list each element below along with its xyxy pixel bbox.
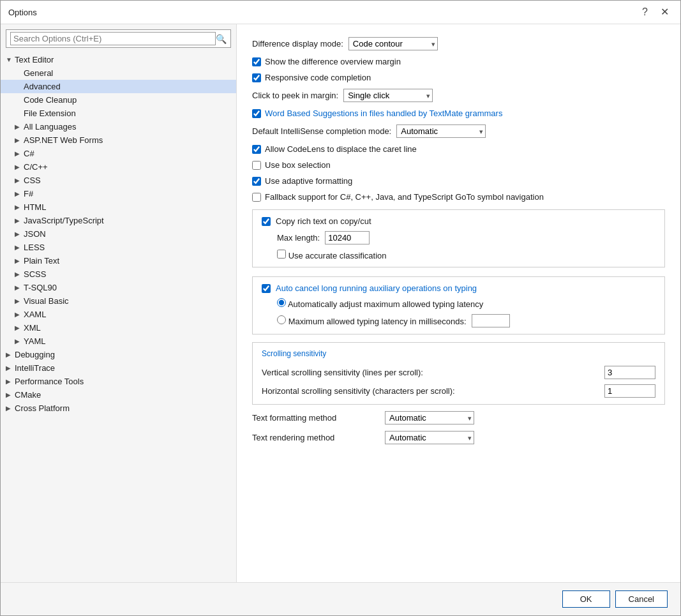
tree-item-file-extension[interactable]: File Extension (1, 107, 236, 120)
arrow-aspnet: ▶ (15, 137, 24, 144)
difference-display-label: Difference display mode: (252, 39, 343, 49)
label-plain-text: Plain Text (24, 256, 232, 266)
arrow-csharp: ▶ (15, 150, 24, 157)
word-based-checkbox[interactable] (252, 109, 261, 118)
text-rendering-select-wrapper[interactable]: Automatic Manual (385, 431, 474, 444)
tree-item-general[interactable]: General (1, 66, 236, 80)
label-aspnet: ASP.NET Web Forms (24, 135, 232, 145)
adaptive-formatting-label: Use adaptive formatting (252, 176, 352, 186)
horizontal-scrolling-input[interactable]: 1 (604, 384, 655, 398)
adaptive-formatting-row: Use adaptive formatting (252, 176, 665, 186)
tree-item-less[interactable]: ▶ LESS (1, 241, 236, 254)
ok-button[interactable]: OK (562, 590, 610, 608)
box-selection-checkbox[interactable] (252, 161, 261, 170)
dialog-title: Options (8, 8, 37, 17)
click-to-peek-select-wrapper[interactable]: Single click Double click (343, 89, 433, 102)
codelens-checkbox[interactable] (252, 145, 261, 154)
max-allowed-input[interactable] (472, 314, 510, 327)
arrow-advanced (15, 83, 24, 90)
codelens-label: Allow CodeLens to displace the caret lin… (252, 144, 417, 154)
tree-item-intellitrace[interactable]: ▶ IntelliTrace (1, 361, 236, 375)
search-box[interactable]: 🔍 (6, 29, 231, 48)
difference-display-row: Difference display mode: Code contour No… (252, 37, 665, 50)
vertical-scrolling-row: Vertical scrolling sensitivity (lines pe… (262, 366, 655, 379)
auto-cancel-checkbox[interactable] (262, 284, 271, 293)
fallback-support-checkbox[interactable] (252, 193, 261, 202)
tree-item-performance-tools[interactable]: ▶ Performance Tools (1, 375, 236, 388)
help-button[interactable]: ? (638, 6, 652, 19)
tree-item-cmake[interactable]: ▶ CMake (1, 388, 236, 402)
search-input[interactable] (10, 32, 216, 45)
intellisense-row: Default IntelliSense completion mode: Au… (252, 124, 665, 138)
arrow-all-languages: ▶ (15, 123, 24, 130)
auto-cancel-section: Auto cancel long running auxiliary opera… (252, 276, 665, 334)
intellisense-select[interactable]: Automatic Manual None (396, 124, 486, 138)
tree-item-code-cleanup[interactable]: Code Cleanup (1, 93, 236, 107)
tree-item-fsharp[interactable]: ▶ F# (1, 187, 236, 200)
label-tsql: T-SQL90 (24, 283, 232, 292)
arrow-json: ▶ (15, 230, 24, 237)
text-formatting-select[interactable]: Automatic Manual (385, 411, 474, 424)
copy-rich-text-section: Copy rich text on copy/cut Max length: 1… (252, 209, 665, 267)
arrow-file-extension (15, 110, 24, 117)
text-rendering-select[interactable]: Automatic Manual (385, 431, 474, 444)
tree-item-js-ts[interactable]: ▶ JavaScript/TypeScript (1, 214, 236, 227)
difference-display-select-wrapper[interactable]: Code contour None Full (348, 37, 438, 50)
intellisense-select-wrapper[interactable]: Automatic Manual None (396, 124, 486, 138)
auto-cancel-header: Auto cancel long running auxiliary opera… (262, 283, 655, 293)
cancel-button[interactable]: Cancel (615, 590, 668, 608)
tree-item-xml[interactable]: ▶ XML (1, 321, 236, 334)
tree-item-html[interactable]: ▶ HTML (1, 200, 236, 214)
max-allowed-radio[interactable] (277, 315, 286, 324)
arrow-plain-text: ▶ (15, 257, 24, 264)
tree-item-vb[interactable]: ▶ Visual Basic (1, 294, 236, 308)
tree-item-all-languages[interactable]: ▶ All Languages (1, 120, 236, 133)
tree-item-scss[interactable]: ▶ SCSS (1, 267, 236, 281)
tree-item-xaml[interactable]: ▶ XAML (1, 308, 236, 321)
text-rendering-label: Text rendering method (252, 433, 380, 442)
responsive-code-checkbox[interactable] (252, 73, 261, 82)
close-button[interactable]: ✕ (657, 6, 673, 19)
tree-item-tsql[interactable]: ▶ T-SQL90 (1, 281, 236, 294)
left-panel: 🔍 ▼ Text Editor General Advanced (1, 24, 237, 582)
dialog-body: 🔍 ▼ Text Editor General Advanced (1, 24, 680, 582)
label-debugging: Debugging (15, 350, 232, 359)
word-based-row: Word Based Suggestions in files handled … (252, 109, 665, 118)
label-performance-tools: Performance Tools (15, 377, 232, 386)
arrow-css: ▶ (15, 177, 24, 184)
arrow-xaml: ▶ (15, 311, 24, 318)
text-formatting-row: Text formatting method Automatic Manual (252, 411, 665, 424)
auto-adjust-text: Automatically adjust maximum allowed typ… (288, 299, 483, 309)
search-icon: 🔍 (216, 34, 227, 44)
tree-item-advanced[interactable]: Advanced (1, 80, 236, 93)
tree-item-json[interactable]: ▶ JSON (1, 227, 236, 241)
difference-display-select[interactable]: Code contour None Full (348, 37, 438, 50)
tree-item-csharp[interactable]: ▶ C# (1, 147, 236, 160)
tree-item-yaml[interactable]: ▶ YAML (1, 334, 236, 348)
copy-rich-text-checkbox[interactable] (262, 217, 271, 226)
adaptive-formatting-checkbox[interactable] (252, 177, 261, 186)
max-length-row: Max length: 10240 (262, 231, 655, 244)
max-length-input[interactable]: 10240 (325, 231, 370, 244)
title-bar-left: Options (8, 8, 37, 17)
tree-item-aspnet[interactable]: ▶ ASP.NET Web Forms (1, 133, 236, 147)
show-difference-checkbox[interactable] (252, 57, 261, 66)
tree-item-cross-platform[interactable]: ▶ Cross Platform (1, 402, 236, 415)
vertical-scrolling-input[interactable]: 3 (604, 366, 655, 379)
tree-item-cpp[interactable]: ▶ C/C++ (1, 160, 236, 174)
auto-adjust-radio[interactable] (277, 298, 286, 307)
tree-item-debugging[interactable]: ▶ Debugging (1, 348, 236, 361)
arrow-less: ▶ (15, 244, 24, 251)
tree-item-css[interactable]: ▶ CSS (1, 174, 236, 187)
arrow-general (15, 70, 24, 77)
click-to-peek-select[interactable]: Single click Double click (343, 89, 433, 102)
text-formatting-select-wrapper[interactable]: Automatic Manual (385, 411, 474, 424)
label-vb: Visual Basic (24, 296, 232, 306)
label-advanced: Advanced (24, 82, 232, 91)
scrolling-section: Scrolling sensitivity Vertical scrolling… (252, 342, 665, 405)
label-css: CSS (24, 176, 232, 185)
tree-item-plain-text[interactable]: ▶ Plain Text (1, 254, 236, 267)
tree-item-text-editor[interactable]: ▼ Text Editor (1, 53, 236, 66)
use-accurate-checkbox[interactable] (277, 250, 286, 259)
scrolling-sensitivity-label: Scrolling sensitivity (262, 349, 655, 358)
